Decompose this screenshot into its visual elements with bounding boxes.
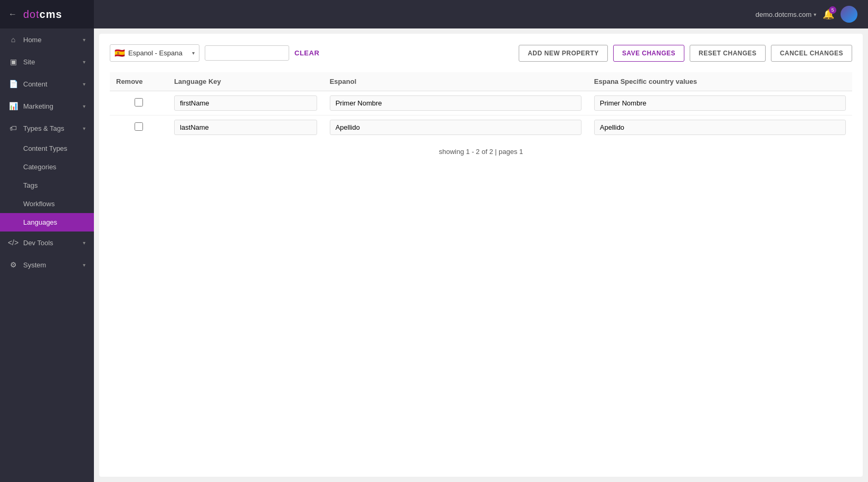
- domain-chevron-icon: ▾: [814, 12, 816, 17]
- sidebar-sub-label: Tags: [23, 181, 37, 189]
- col-header-country-values: Espana Specific country values: [588, 72, 852, 91]
- sidebar-item-label: Home: [23, 36, 83, 44]
- sidebar-item-label: Content: [23, 80, 83, 88]
- sidebar-item-label: System: [23, 261, 83, 269]
- col-header-language-key: Language Key: [168, 72, 323, 91]
- key-cell: [168, 91, 323, 115]
- language-selector[interactable]: 🇪🇸 Espanol - Espana ▾: [110, 44, 199, 62]
- remove-cell: [110, 91, 168, 115]
- chevron-down-icon: ▾: [83, 262, 85, 268]
- chevron-down-icon: ▾: [83, 126, 85, 131]
- language-table: Remove Language Key Espanol Espana Speci…: [110, 72, 852, 139]
- main-area: demo.dotcms.com ▾ 🔔 5 🇪🇸 Espanol - Espan…: [94, 0, 868, 482]
- sidebar-item-system[interactable]: ⚙ System ▾: [0, 254, 94, 276]
- chevron-down-icon: ▾: [83, 240, 85, 246]
- back-button[interactable]: ←: [8, 9, 17, 19]
- cancel-changes-button[interactable]: CANCEL CHANGES: [771, 45, 852, 62]
- notification-button[interactable]: 🔔 5: [823, 8, 834, 20]
- language-key-input-1[interactable]: [174, 120, 317, 135]
- espanol-cell: [323, 115, 588, 140]
- add-new-property-button[interactable]: ADD NEW PROPERTY: [519, 45, 608, 62]
- domain-selector[interactable]: demo.dotcms.com ▾: [756, 11, 816, 18]
- content-area: 🇪🇸 Espanol - Espana ▾ CLEAR ADD NEW PROP…: [99, 34, 863, 477]
- sidebar-item-categories[interactable]: Categories: [0, 158, 94, 176]
- col-header-espanol: Espanol: [323, 72, 588, 91]
- marketing-icon: 📊: [8, 101, 18, 111]
- sidebar-item-label: Dev Tools: [23, 239, 83, 247]
- sidebar-sub-label: Workflows: [23, 200, 55, 208]
- sidebar-item-dev-tools[interactable]: </> Dev Tools ▾: [0, 232, 94, 254]
- notification-badge: 5: [829, 6, 836, 14]
- avatar[interactable]: [841, 6, 857, 23]
- remove-checkbox-0[interactable]: [135, 98, 143, 107]
- country-value-input-1[interactable]: [594, 120, 846, 135]
- chevron-down-icon: ▾: [83, 81, 85, 87]
- language-name: Espanol - Espana: [128, 49, 189, 57]
- logo-area: ← dotcms: [0, 0, 94, 28]
- sidebar-item-site[interactable]: ▣ Site ▾: [0, 51, 94, 73]
- sidebar-sub-label: Languages: [23, 218, 57, 226]
- sidebar-item-label: Types & Tags: [23, 124, 83, 132]
- chevron-down-icon: ▾: [83, 103, 85, 109]
- app-logo: dotcms: [23, 8, 62, 21]
- espanol-cell: [323, 91, 588, 115]
- remove-checkbox-1[interactable]: [135, 122, 143, 131]
- remove-cell: [110, 115, 168, 140]
- country-cell: [588, 91, 852, 115]
- reset-changes-button[interactable]: RESET CHANGES: [690, 45, 766, 62]
- country-cell: [588, 115, 852, 140]
- toolbar: 🇪🇸 Espanol - Espana ▾ CLEAR ADD NEW PROP…: [110, 44, 852, 62]
- country-value-input-0[interactable]: [594, 95, 846, 111]
- espanol-value-input-1[interactable]: [330, 120, 581, 135]
- sidebar-sub-label: Categories: [23, 163, 56, 171]
- sidebar-item-content-types[interactable]: Content Types: [0, 139, 94, 158]
- sidebar-item-types-tags[interactable]: 🏷 Types & Tags ▾: [0, 117, 94, 139]
- domain-label: demo.dotcms.com: [756, 11, 812, 18]
- table-row: [110, 91, 852, 115]
- sidebar-item-home[interactable]: ⌂ Home ▾: [0, 28, 94, 51]
- language-flag: 🇪🇸: [115, 48, 125, 58]
- col-header-remove: Remove: [110, 72, 168, 91]
- dev-tools-icon: </>: [8, 238, 18, 247]
- sidebar-sub-label: Content Types: [23, 144, 68, 152]
- topbar: demo.dotcms.com ▾ 🔔 5: [94, 0, 868, 28]
- sidebar-item-label: Marketing: [23, 102, 83, 110]
- types-tags-icon: 🏷: [8, 123, 18, 133]
- save-changes-button[interactable]: SAVE CHANGES: [613, 45, 684, 62]
- home-icon: ⌂: [8, 35, 18, 44]
- table-row: [110, 115, 852, 140]
- sidebar: ← dotcms ⌂ Home ▾ ▣ Site ▾ 📄 Content ▾ 📊…: [0, 0, 94, 482]
- clear-button[interactable]: CLEAR: [294, 49, 319, 57]
- sidebar-item-label: Site: [23, 58, 83, 66]
- content-icon: 📄: [8, 79, 18, 89]
- language-key-input-0[interactable]: [174, 95, 317, 111]
- site-icon: ▣: [8, 57, 18, 66]
- search-input[interactable]: [205, 45, 289, 61]
- key-cell: [168, 115, 323, 140]
- chevron-down-icon: ▾: [83, 59, 85, 65]
- system-icon: ⚙: [8, 260, 18, 269]
- language-chevron-icon: ▾: [192, 50, 195, 56]
- sidebar-item-marketing[interactable]: 📊 Marketing ▾: [0, 95, 94, 117]
- sidebar-item-content[interactable]: 📄 Content ▾: [0, 73, 94, 95]
- sidebar-item-workflows[interactable]: Workflows: [0, 195, 94, 213]
- espanol-value-input-0[interactable]: [330, 95, 581, 111]
- sidebar-item-languages[interactable]: Languages: [0, 213, 94, 232]
- chevron-down-icon: ▾: [83, 37, 85, 43]
- sidebar-item-tags[interactable]: Tags: [0, 176, 94, 195]
- pagination-info: showing 1 - 2 of 2 | pages 1: [110, 148, 852, 156]
